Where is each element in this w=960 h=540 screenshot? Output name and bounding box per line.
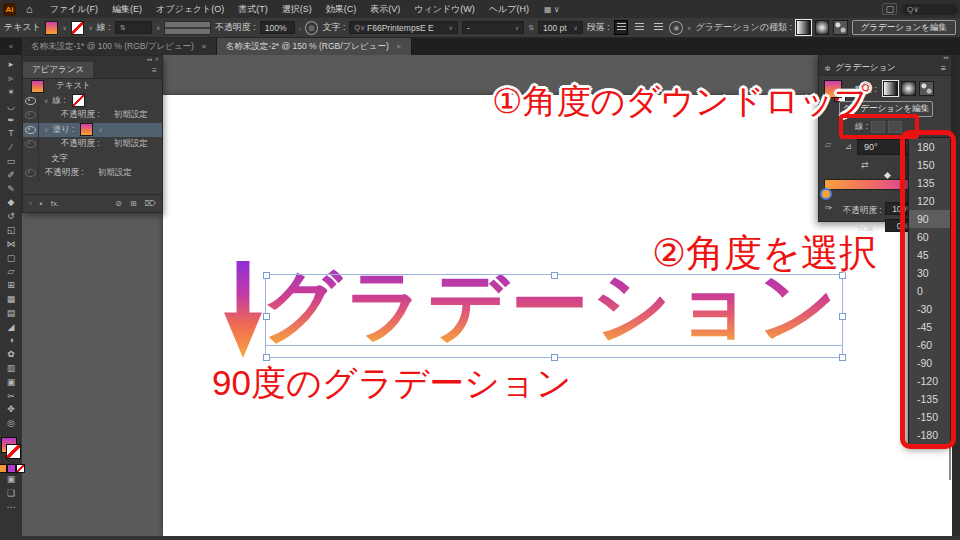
chevron-down-icon[interactable]: ∨ [449, 24, 453, 31]
selection-bounding-box[interactable] [265, 274, 843, 358]
selection-handle[interactable] [551, 354, 558, 361]
appearance-row-text[interactable]: テキスト [23, 79, 162, 94]
close-tab-icon[interactable]: ✕ [201, 43, 207, 51]
text-gradient-swatch[interactable] [31, 80, 44, 93]
graph-tool[interactable]: ▥ [0, 362, 22, 376]
linear-gradient-icon[interactable] [883, 81, 898, 96]
linear-gradient-icon[interactable] [796, 20, 811, 35]
selection-handle[interactable] [839, 354, 846, 361]
selection-handle[interactable] [551, 272, 558, 279]
appearance-row-characters[interactable]: 文字 [23, 152, 162, 167]
collapse-icon[interactable]: ◂◂ [147, 56, 152, 62]
selection-handle[interactable] [263, 313, 270, 320]
symbol-sprayer-tool[interactable]: ✿ [0, 348, 22, 362]
slice-tool[interactable]: ✂ [0, 389, 22, 403]
fill-stroke-indicator[interactable] [1, 437, 21, 459]
artboard-tool[interactable]: ▣ [0, 375, 22, 389]
visibility-toggle[interactable] [23, 94, 39, 109]
radial-gradient-icon[interactable] [815, 20, 830, 35]
gradient-stop-handle[interactable] [820, 188, 832, 200]
panel-menu-icon[interactable]: ≡ [941, 63, 946, 73]
chevron-down-icon[interactable]: ∨ [62, 24, 66, 31]
align-right-icon[interactable] [651, 20, 666, 35]
gradient-angle-field[interactable]: 90° [857, 139, 905, 155]
clear-appearance-icon[interactable]: ⊘ [115, 199, 122, 208]
menu-view[interactable]: 表示(V) [363, 3, 407, 16]
visibility-toggle[interactable] [23, 166, 39, 181]
illustrator-logo-icon[interactable]: Ai [3, 3, 16, 16]
close-tab-icon[interactable]: ✕ [396, 43, 402, 51]
stroke-weight-field[interactable]: ⇅ [115, 21, 152, 34]
collapse-tools-icon[interactable]: « [0, 38, 22, 55]
eyedropper-tool[interactable]: ◢ [0, 320, 22, 334]
font-size-field[interactable]: 100 pt∨ [538, 21, 583, 34]
pen-tool[interactable]: ✒ [0, 113, 22, 127]
apply-gradient-icon[interactable]: ▱ [825, 140, 831, 149]
stepper-icon[interactable]: ⇅ [528, 24, 534, 32]
opacity-value[interactable]: 初期設定 [98, 167, 132, 179]
chevron-down-icon[interactable]: ∨ [44, 126, 48, 133]
eyedropper-icon[interactable]: ✑ [825, 203, 833, 213]
screen-mode-icon[interactable]: ❏ [0, 486, 22, 500]
shape-builder-tool[interactable]: ▱ [0, 265, 22, 279]
magic-wand-tool[interactable]: ✶ [0, 86, 22, 100]
gradient-tool[interactable]: ▤ [0, 306, 22, 320]
stroke-indicator-swatch[interactable] [6, 444, 21, 459]
add-effect-icon[interactable]: fx. [51, 199, 59, 208]
menu-edit[interactable]: 編集(E) [105, 3, 149, 16]
width-profile-dropdown[interactable] [164, 21, 210, 35]
appearance-row-fill-opacity[interactable]: 不透明度 : 初期設定 [23, 137, 162, 152]
perspective-grid-tool[interactable]: ⊞ [0, 279, 22, 293]
close-icon[interactable]: ✕ [155, 56, 159, 62]
free-transform-tool[interactable]: ▢ [0, 251, 22, 265]
fill-gradient-swatch[interactable] [80, 123, 93, 136]
more-tools-icon[interactable]: ⋯ [0, 500, 22, 514]
globe-icon[interactable]: ◍ [305, 21, 319, 35]
appearance-row-opacity[interactable]: 不透明度 : 初期設定 [23, 166, 162, 181]
scale-tool[interactable]: ◱ [0, 224, 22, 238]
hand-tool[interactable]: ✥ [0, 403, 22, 417]
appearance-row-stroke[interactable]: ∨ 線 : [23, 94, 162, 109]
rotate-tool[interactable]: ↺ [0, 210, 22, 224]
appearance-row-fill[interactable]: ∨ 塗り : ∨ [23, 123, 162, 138]
edit-gradient-button[interactable]: グラデーションを編集 [852, 20, 956, 35]
stroke-none-swatch[interactable] [72, 94, 85, 107]
arrange-documents-icon[interactable]: ▢ [882, 3, 897, 15]
composer-icon[interactable]: ◉ [669, 21, 683, 35]
document-tab-2[interactable]: 名称未設定-2* @ 150 % (RGB/プレビュー) ✕ [217, 38, 412, 55]
chevron-down-icon[interactable]: ∨ [44, 97, 48, 104]
blend-tool[interactable]: ◑ [0, 334, 22, 348]
font-style-field[interactable]: -∨ [462, 21, 524, 34]
home-icon[interactable]: ⌂ [26, 3, 33, 15]
paintbrush-tool[interactable]: ✐ [0, 168, 22, 182]
menu-window[interactable]: ウィンドウ(W) [407, 3, 482, 16]
direct-selection-tool[interactable]: ▹ [0, 72, 22, 86]
search-box[interactable]: Q∨ [902, 4, 958, 15]
selection-tool[interactable]: ▸ [0, 58, 22, 72]
draw-mode-icon[interactable]: ▣ [0, 473, 22, 487]
chevron-down-icon[interactable]: ∨ [515, 24, 519, 31]
font-family-field[interactable]: Q∨ F66PrintempsE E∨ [349, 21, 458, 34]
color-gradient-none-strip[interactable] [0, 464, 25, 473]
chevron-right-icon[interactable]: › [299, 25, 301, 31]
appearance-row-stroke-opacity[interactable]: 不透明度 : 初期設定 [23, 108, 162, 123]
fill-color-swatch[interactable] [45, 21, 59, 35]
rectangle-tool[interactable]: ▭ [0, 155, 22, 169]
menu-type[interactable]: 書式(T) [231, 3, 275, 16]
zoom-tool[interactable]: ◎ [0, 417, 22, 431]
add-fill-icon[interactable]: ▪ [40, 199, 43, 208]
workspace-switcher-icon[interactable]: ▦ ∨ [544, 5, 560, 14]
align-left-icon[interactable] [614, 20, 629, 35]
chevron-down-icon[interactable]: ∨ [88, 24, 92, 31]
gradient-panel-tab[interactable]: グラデーション [835, 62, 896, 74]
menu-effect[interactable]: 効果(C) [319, 3, 364, 16]
selection-handle[interactable] [263, 354, 270, 361]
opacity-value[interactable]: 初期設定 [114, 109, 148, 121]
visibility-toggle[interactable] [23, 123, 39, 138]
width-tool[interactable]: ⋈ [0, 237, 22, 251]
line-tool[interactable]: ∕ [0, 141, 22, 155]
chevron-down-icon[interactable]: ∨ [687, 24, 691, 31]
align-center-icon[interactable] [632, 20, 647, 35]
freeform-gradient-icon[interactable] [919, 81, 934, 96]
stroke-color-swatch[interactable] [71, 21, 85, 35]
